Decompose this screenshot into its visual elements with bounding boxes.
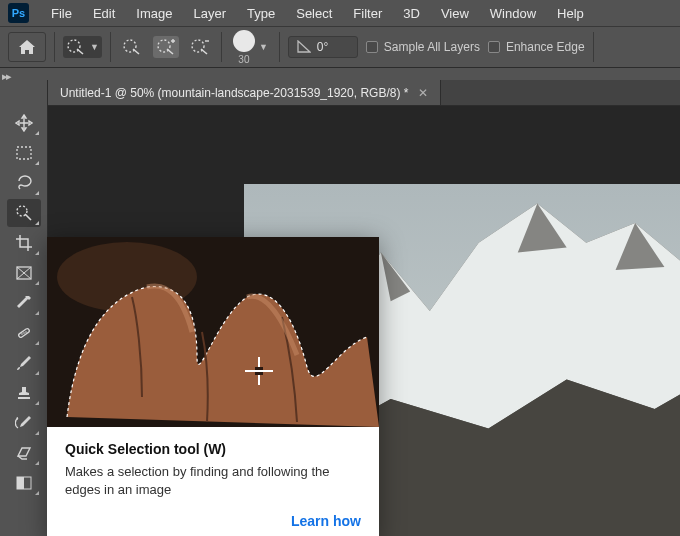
svg-rect-4: [17, 147, 31, 159]
brush-picker[interactable]: 30 ▼: [230, 28, 271, 67]
angle-icon: [297, 40, 311, 54]
move-icon: [15, 114, 33, 132]
lasso-icon: [15, 175, 33, 191]
lasso-tool[interactable]: [7, 169, 41, 197]
tooltip-description: Makes a selection by finding and followi…: [65, 463, 361, 499]
enhance-edge-label: Enhance Edge: [506, 40, 585, 54]
frame-icon: [16, 266, 32, 280]
sample-all-layers-label: Sample All Layers: [384, 40, 480, 54]
eyedropper-icon: [16, 295, 32, 311]
healing-brush-tool[interactable]: [7, 319, 41, 347]
crop-icon: [15, 234, 33, 252]
options-bar: ▼ 30 ▼ Sample All Layers Enhance Edge: [0, 26, 680, 68]
brush-subtract-icon: [190, 38, 210, 56]
checkbox-icon: [366, 41, 378, 53]
eyedropper-tool[interactable]: [7, 289, 41, 317]
menu-select[interactable]: Select: [287, 3, 341, 24]
divider: [54, 32, 55, 62]
history-brush-icon: [15, 415, 33, 431]
current-tool-preset[interactable]: ▼: [63, 36, 102, 58]
enhance-edge-checkbox[interactable]: Enhance Edge: [488, 40, 585, 54]
menu-filter[interactable]: Filter: [344, 3, 391, 24]
app-logo: Ps: [8, 3, 29, 23]
brush-icon: [16, 355, 32, 371]
close-tab-icon[interactable]: ✕: [418, 86, 428, 100]
brush-preview-icon: [233, 30, 255, 52]
checkbox-icon: [488, 41, 500, 53]
quick-selection-icon: [66, 38, 86, 56]
tooltip-title: Quick Selection tool (W): [65, 441, 361, 457]
divider: [593, 32, 594, 62]
menu-bar: Ps File Edit Image Layer Type Select Fil…: [0, 0, 680, 26]
subtract-from-selection-button[interactable]: [187, 36, 213, 58]
chevron-down-icon: ▼: [259, 42, 268, 52]
document-title: Untitled-1 @ 50% (mountain-landscape-203…: [60, 86, 408, 100]
sample-all-layers-checkbox[interactable]: Sample All Layers: [366, 40, 480, 54]
brush-angle-field[interactable]: [288, 36, 358, 58]
menu-help[interactable]: Help: [548, 3, 593, 24]
quick-selection-tool[interactable]: [7, 199, 41, 227]
menu-window[interactable]: Window: [481, 3, 545, 24]
document-tab-strip: Untitled-1 @ 50% (mountain-landscape-203…: [48, 80, 680, 106]
move-tool[interactable]: [7, 109, 41, 137]
add-to-selection-button[interactable]: [153, 36, 179, 58]
learn-how-link[interactable]: Learn how: [47, 509, 379, 536]
tooltip-preview-image: [47, 237, 379, 427]
menu-3d[interactable]: 3D: [394, 3, 429, 24]
chevron-down-icon: ▼: [90, 42, 99, 52]
brush-tool[interactable]: [7, 349, 41, 377]
home-button[interactable]: [8, 32, 46, 62]
divider: [110, 32, 111, 62]
gradient-icon: [16, 476, 32, 490]
eraser-icon: [16, 446, 32, 460]
menu-type[interactable]: Type: [238, 3, 284, 24]
marquee-tool[interactable]: [7, 139, 41, 167]
bandage-icon: [15, 324, 33, 342]
angle-input[interactable]: [317, 40, 349, 54]
menu-file[interactable]: File: [42, 3, 81, 24]
crop-tool[interactable]: [7, 229, 41, 257]
tools-panel: [0, 80, 48, 536]
new-selection-button[interactable]: [119, 36, 145, 58]
menu-image[interactable]: Image: [127, 3, 181, 24]
divider: [221, 32, 222, 62]
svg-rect-12: [17, 477, 24, 489]
home-icon: [18, 39, 36, 55]
crosshair-cursor-icon: [245, 357, 273, 385]
brush-add-icon: [156, 38, 176, 56]
brush-new-icon: [122, 38, 142, 56]
menu-view[interactable]: View: [432, 3, 478, 24]
gradient-tool[interactable]: [7, 469, 41, 497]
expand-toolbar-icon[interactable]: ▸▸: [2, 70, 22, 80]
menu-layer[interactable]: Layer: [185, 3, 236, 24]
eraser-tool[interactable]: [7, 439, 41, 467]
clone-stamp-tool[interactable]: [7, 379, 41, 407]
svg-point-9: [21, 333, 23, 335]
svg-point-10: [25, 331, 27, 333]
frame-tool[interactable]: [7, 259, 41, 287]
quick-selection-icon: [15, 204, 33, 222]
svg-point-8: [23, 332, 25, 334]
document-tab[interactable]: Untitled-1 @ 50% (mountain-landscape-203…: [48, 80, 441, 105]
history-brush-tool[interactable]: [7, 409, 41, 437]
menu-edit[interactable]: Edit: [84, 3, 124, 24]
stamp-icon: [16, 385, 32, 401]
tool-tooltip: Quick Selection tool (W) Makes a selecti…: [47, 237, 379, 536]
brush-size-label: 30: [238, 54, 249, 65]
marquee-icon: [16, 146, 32, 160]
divider: [279, 32, 280, 62]
